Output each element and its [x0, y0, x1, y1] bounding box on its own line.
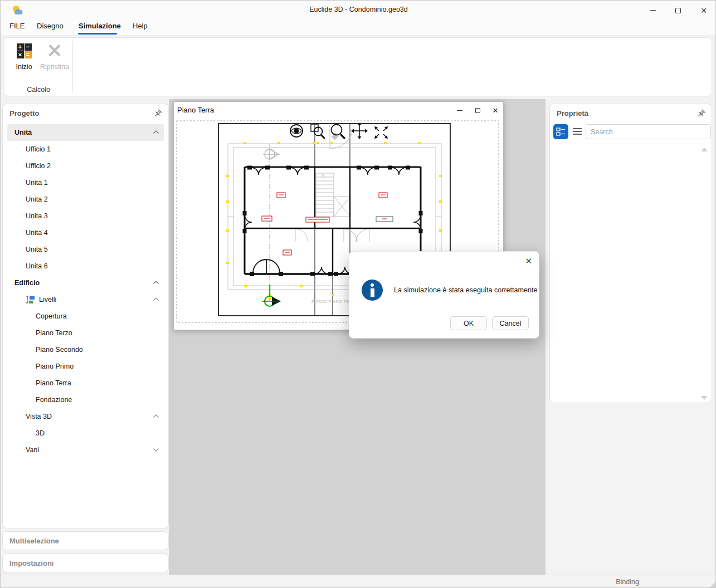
tree-item-copertura[interactable]: Copertura: [7, 308, 164, 325]
properties-search-input[interactable]: [586, 124, 711, 139]
chevron-down-icon: [153, 447, 159, 453]
maximize-button[interactable]: [665, 1, 691, 20]
tree-item-vani[interactable]: Vani: [7, 442, 164, 458]
calc-minus: −: [25, 43, 32, 51]
item-label: Piano Secondo: [36, 346, 83, 354]
tree-item-unita-4[interactable]: Unita 4: [7, 224, 164, 241]
chevron-up-icon: [153, 296, 159, 303]
restore-button[interactable]: Ripristina: [38, 42, 71, 71]
close-icon: ✕: [493, 107, 499, 114]
ok-button[interactable]: OK: [450, 316, 487, 330]
info-icon: [362, 280, 383, 301]
dialog-close-button[interactable]: ✕: [525, 256, 532, 266]
start-button-label: Inizio: [11, 63, 37, 71]
tree-item-ufficio-2[interactable]: Ufficio 2: [7, 158, 164, 174]
multiselezione-title: Multiselezione: [3, 532, 168, 545]
tree-item-livelli[interactable]: Livelli: [7, 291, 164, 308]
item-label: Ufficio 2: [26, 162, 51, 170]
tree-item-unita-1[interactable]: Unita 1: [7, 174, 164, 191]
scroll-up-icon[interactable]: [701, 148, 708, 151]
tree-item-piano-primo[interactable]: Piano Primo: [7, 358, 164, 375]
maximize-icon: [675, 8, 681, 13]
app-window: { "window": { "title": "Euclide 3D - Con…: [0, 0, 716, 588]
vista3d-label: Vista 3D: [26, 413, 52, 420]
list-view-icon: [572, 128, 582, 136]
calc-times: ×: [17, 51, 24, 58]
status-binding-text: Binding: [605, 578, 650, 586]
item-label: Piano Primo: [36, 362, 74, 370]
properties-list[interactable]: [551, 144, 711, 402]
properties-toolbar: [550, 124, 712, 143]
chevron-up-icon: [153, 129, 159, 136]
edificio-label: Edificio: [14, 279, 40, 287]
tree-item-unita-6[interactable]: Unita 6: [7, 258, 164, 275]
tree-item-unita-3[interactable]: Unita 3: [7, 208, 164, 224]
levels-icon: [26, 295, 35, 304]
calc-equals: =: [25, 51, 32, 58]
proprieta-panel: Proprietà: [549, 104, 712, 403]
minimize-icon: [650, 10, 656, 11]
tree-header-edificio[interactable]: Edificio: [7, 275, 164, 291]
list-view-button[interactable]: [571, 124, 584, 139]
info-icon-dot: [371, 283, 374, 287]
item-label: Unita 2: [26, 195, 48, 203]
item-label: 3D: [36, 429, 45, 437]
unita-label: Unità: [14, 129, 32, 136]
plan-close-button[interactable]: ✕: [491, 106, 500, 115]
multiselezione-panel[interactable]: Multiselezione: [2, 531, 169, 550]
tree-item-ufficio-1[interactable]: Ufficio 1: [7, 141, 164, 158]
cancel-button[interactable]: Cancel: [492, 316, 529, 330]
close-icon: ✕: [700, 7, 707, 14]
info-icon-bar: [371, 288, 374, 297]
window-title: Euclide 3D - Condominio.geo3d: [1, 6, 716, 13]
tree-item-unita-5[interactable]: Unita 5: [7, 241, 164, 258]
start-simulation-button[interactable]: + − × = Inizio: [11, 42, 37, 71]
minimize-button[interactable]: [640, 1, 665, 20]
calc-plus: +: [17, 43, 24, 51]
scroll-down-icon[interactable]: [701, 396, 708, 400]
item-label: Piano Terra: [36, 379, 71, 387]
ribbon: + − × = Inizio Ripristina Calcolo: [4, 37, 712, 96]
menu-disegno[interactable]: Disegno: [37, 22, 64, 30]
item-label: Unita 1: [26, 179, 48, 187]
item-label: Fondazione: [36, 396, 72, 404]
dialog-message: La simulazione è stata eseguita corretta…: [394, 286, 538, 294]
tree-item-unita-2[interactable]: Unita 2: [7, 191, 164, 208]
menu-help[interactable]: Help: [133, 22, 148, 30]
close-button[interactable]: ✕: [691, 1, 716, 20]
status-bar: Binding: [1, 575, 716, 588]
reset-icon: [47, 42, 62, 58]
tree-header-unita[interactable]: Unità: [7, 124, 164, 141]
tree-item-piano-terzo[interactable]: Piano Terzo: [7, 325, 164, 341]
plan-maximize-button[interactable]: [473, 106, 482, 115]
tree-item-fondazione[interactable]: Fondazione: [7, 391, 164, 408]
tree-item-piano-terra[interactable]: Piano Terra: [7, 375, 164, 391]
pin-icon[interactable]: [697, 109, 706, 117]
item-label: Piano Terzo: [36, 329, 72, 337]
progetto-panel: Progetto Unità Ufficio 1 Ufficio 2 Unita…: [2, 104, 169, 528]
tree-item-3d[interactable]: 3D: [7, 425, 164, 442]
resize-grip-icon[interactable]: [710, 582, 715, 587]
tree-item-vista-3d[interactable]: Vista 3D: [7, 408, 164, 425]
progetto-title: Progetto: [9, 109, 39, 117]
ribbon-group-separator: [72, 41, 73, 92]
vani-label: Vani: [26, 446, 39, 454]
item-label: Ufficio 1: [26, 145, 51, 153]
tree-item-piano-secondo[interactable]: Piano Secondo: [7, 341, 164, 358]
pin-icon[interactable]: [154, 109, 163, 117]
maximize-icon: [475, 108, 480, 113]
menu-file[interactable]: FILE: [9, 22, 25, 30]
proprieta-title: Proprietà: [557, 109, 588, 117]
categorized-view-icon: [556, 127, 566, 136]
chevron-up-icon: [153, 413, 159, 420]
impostazioni-panel[interactable]: Impostazioni: [2, 553, 169, 572]
plan-window-title: Piano Terra: [177, 106, 214, 114]
calculator-icon: + − × =: [17, 43, 32, 58]
project-tree: Unità Ufficio 1 Ufficio 2 Unita 1 Unita …: [3, 123, 168, 458]
menu-bar: FILE Disegno Simulazione Help: [1, 20, 716, 35]
categorized-view-button[interactable]: [553, 124, 568, 139]
menu-simulazione[interactable]: Simulazione: [79, 22, 121, 30]
plan-window-titlebar[interactable]: Piano Terra ✕: [174, 102, 503, 119]
plan-minimize-button[interactable]: [455, 106, 464, 115]
impostazioni-title: Impostazioni: [3, 554, 168, 567]
